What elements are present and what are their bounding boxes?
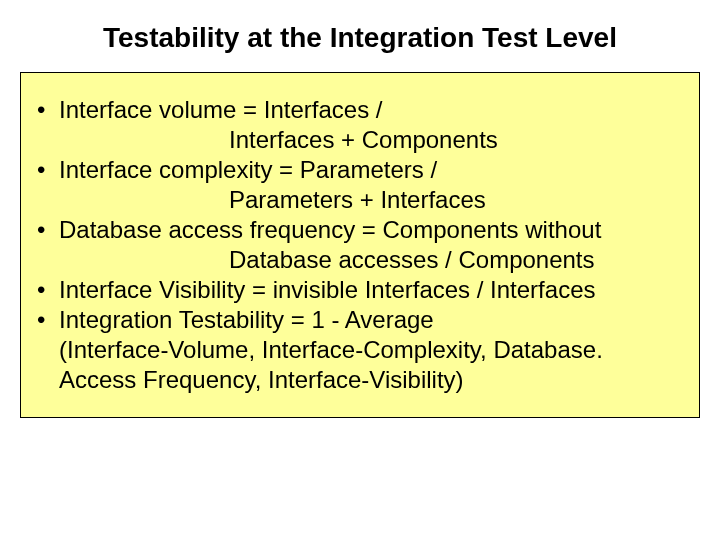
bullet-text-cont: Database accesses / Components: [59, 245, 689, 275]
list-item: Database access frequency = Components w…: [31, 215, 689, 275]
slide: Testability at the Integration Test Leve…: [0, 0, 720, 540]
bullet-list: Interface volume = Interfaces / Interfac…: [31, 95, 689, 395]
bullet-text-cont: (Interface-Volume, Interface-Complexity,…: [59, 335, 689, 365]
bullet-text: Integration Testability = 1 - Average: [59, 306, 434, 333]
bullet-text-cont: Interfaces + Components: [59, 125, 689, 155]
list-item: Interface volume = Interfaces / Interfac…: [31, 95, 689, 155]
bullet-text-cont: Access Frequency, Interface-Visibility): [59, 365, 689, 395]
content-box: Interface volume = Interfaces / Interfac…: [20, 72, 700, 418]
bullet-text: Interface complexity = Parameters /: [59, 156, 437, 183]
bullet-text: Interface volume = Interfaces /: [59, 96, 383, 123]
list-item: Interface Visibility = invisible Interfa…: [31, 275, 689, 305]
bullet-text: Interface Visibility = invisible Interfa…: [59, 276, 595, 303]
list-item: Integration Testability = 1 - Average (I…: [31, 305, 689, 395]
slide-title: Testability at the Integration Test Leve…: [0, 22, 720, 54]
list-item: Interface complexity = Parameters / Para…: [31, 155, 689, 215]
bullet-text-cont: Parameters + Interfaces: [59, 185, 689, 215]
bullet-text: Database access frequency = Components w…: [59, 216, 601, 243]
